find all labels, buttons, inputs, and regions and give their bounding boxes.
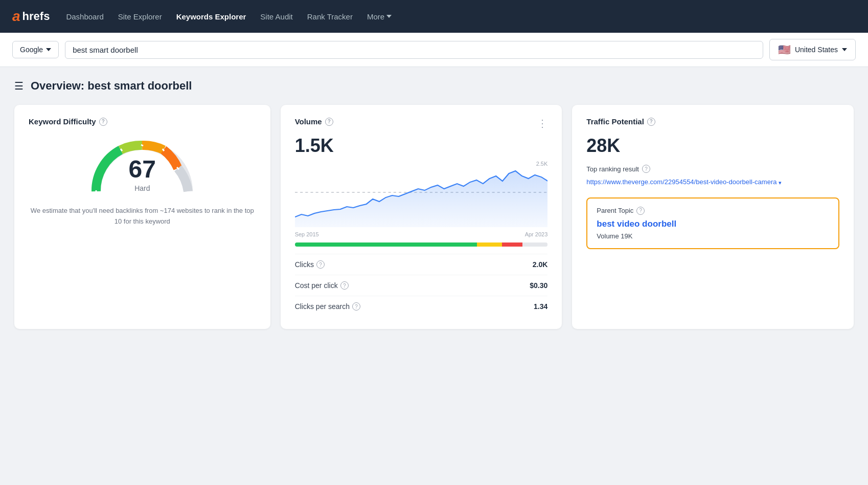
chart-date-labels: Sep 2015 Apr 2023 [295, 231, 548, 237]
nav-link-site-explorer[interactable]: Site Explorer [118, 12, 162, 21]
search-engine-button[interactable]: Google [12, 41, 59, 58]
cpc-info-icon[interactable]: ? [340, 281, 349, 290]
parent-topic-volume: Volume 19K [597, 232, 829, 240]
chart-date-start: Sep 2015 [295, 231, 319, 237]
pb-yellow [477, 242, 502, 247]
kd-info-icon[interactable]: ? [99, 118, 107, 126]
kd-description: We estimate that you'll need backlinks f… [29, 206, 256, 227]
page-header: ☰ Overview: best smart doorbell [14, 79, 854, 93]
gauge-wrap: 67 Hard [86, 135, 198, 196]
cards-row: Keyword Difficulty ? [14, 105, 854, 329]
volume-header: Volume ? ⋮ [295, 117, 548, 135]
top-ranking-info-icon[interactable]: ? [642, 165, 650, 173]
country-selector-button[interactable]: 🇺🇸 United States [769, 39, 856, 60]
keyword-difficulty-card: Keyword Difficulty ? [14, 105, 270, 329]
traffic-potential-card: Traffic Potential ? 28K Top ranking resu… [572, 105, 854, 329]
pt-info-icon[interactable]: ? [636, 207, 645, 215]
cpc-value: $0.30 [530, 281, 547, 290]
nav-link-keywords-explorer[interactable]: Keywords Explorer [176, 12, 246, 21]
volume-card: Volume ? ⋮ 1.5K 2.5K [281, 105, 562, 329]
metric-row-cpc: Cost per click ? $0.30 [295, 275, 548, 296]
menu-hamburger-icon[interactable]: ☰ [14, 80, 24, 92]
volume-card-title: Volume ? [295, 117, 333, 126]
pb-red [502, 242, 522, 247]
tp-value: 28K [586, 135, 839, 157]
cps-label: Clicks per search ? [295, 302, 360, 311]
cpc-label: Cost per click ? [295, 281, 349, 290]
search-bar: Google 🇺🇸 United States [0, 33, 868, 67]
pb-gray [522, 242, 547, 247]
progress-bar [295, 242, 548, 247]
gauge-container: 67 Hard [29, 135, 256, 196]
parent-topic-box: Parent Topic ? best video doorbell Volum… [586, 197, 839, 249]
nav-link-more[interactable]: More [367, 12, 392, 21]
more-chevron-icon [386, 15, 392, 18]
top-ranking-label: Top ranking result ? [586, 165, 839, 173]
nav-links: Dashboard Site Explorer Keywords Explore… [66, 12, 392, 21]
keyword-search-input[interactable] [65, 41, 763, 59]
cps-value: 1.34 [534, 302, 547, 311]
kd-rating: Hard [129, 184, 156, 192]
nav-link-rank-tracker[interactable]: Rank Tracker [307, 12, 353, 21]
nav-link-site-audit[interactable]: Site Audit [260, 12, 292, 21]
engine-chevron-icon [46, 48, 51, 51]
url-chevron-down-icon: ▾ [779, 179, 782, 187]
kd-score: 67 [129, 155, 156, 183]
gauge-value: 67 Hard [129, 155, 156, 192]
nav-link-dashboard[interactable]: Dashboard [66, 12, 103, 21]
volume-more-dots[interactable]: ⋮ [537, 117, 547, 129]
clicks-info-icon[interactable]: ? [316, 260, 325, 269]
tp-card-title: Traffic Potential ? [586, 117, 839, 126]
chart-date-end: Apr 2023 [525, 231, 548, 237]
country-flag-icon: 🇺🇸 [778, 43, 791, 56]
parent-topic-link[interactable]: best video doorbell [597, 219, 829, 229]
cps-info-icon[interactable]: ? [352, 302, 360, 311]
metric-row-cps: Clicks per search ? 1.34 [295, 296, 548, 317]
volume-chart-svg [295, 161, 548, 227]
chart-area: 2.5K Sep 2015 [295, 161, 548, 237]
clicks-value: 2.0K [533, 260, 548, 269]
top-ranking-url-link[interactable]: https://www.theverge.com/22954554/best-v… [586, 177, 839, 187]
metric-row-clicks: Clicks ? 2.0K [295, 254, 548, 275]
tp-info-icon[interactable]: ? [647, 118, 655, 126]
logo[interactable]: a hrefs [12, 8, 50, 25]
logo-hrefs-text: hrefs [22, 10, 50, 23]
kd-card-title: Keyword Difficulty ? [29, 117, 256, 126]
parent-topic-label: Parent Topic ? [597, 207, 829, 215]
pb-green [295, 242, 477, 247]
svg-line-2 [141, 145, 143, 146]
search-engine-label: Google [20, 46, 43, 54]
volume-value: 1.5K [295, 135, 548, 157]
clicks-label: Clicks ? [295, 260, 325, 269]
chart-max-label: 2.5K [536, 161, 548, 167]
page-content: ☰ Overview: best smart doorbell Keyword … [0, 67, 868, 341]
country-label: United States [795, 46, 838, 54]
navbar: a hrefs Dashboard Site Explorer Keywords… [0, 0, 868, 33]
volume-info-icon[interactable]: ? [325, 118, 333, 126]
country-chevron-icon [842, 48, 847, 51]
page-title: Overview: best smart doorbell [31, 79, 192, 93]
logo-a-letter: a [12, 8, 20, 25]
